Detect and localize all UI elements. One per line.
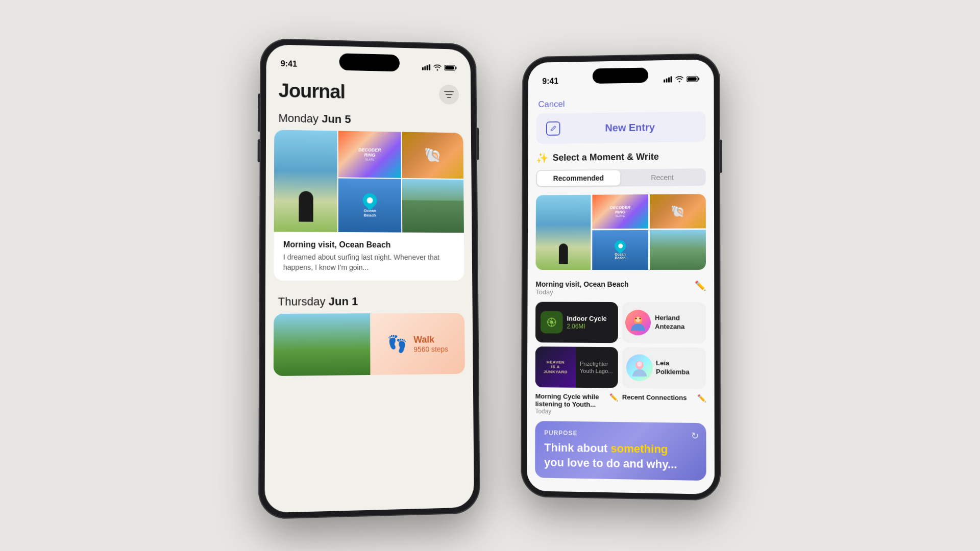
recent-connections-entry: Recent Connections ✏️	[622, 393, 706, 417]
svg-point-21	[635, 318, 637, 319]
filter-button[interactable]	[439, 84, 459, 105]
herland-avatar-icon	[629, 313, 647, 332]
new-entry-header: New Entry	[536, 111, 705, 144]
walk-info: 👣 Walk 9560 steps	[370, 313, 465, 375]
purpose-text-highlight: something	[610, 442, 668, 456]
phone-left: 9:41	[258, 38, 480, 519]
day-name: Monday	[278, 112, 318, 125]
svg-rect-1	[424, 66, 426, 70]
mute-button[interactable]	[258, 93, 260, 110]
purpose-card[interactable]: PURPOSE ↻ Think about something you love…	[535, 421, 706, 481]
wifi-icon	[433, 64, 442, 70]
purpose-text-normal: Think about	[544, 441, 607, 455]
section-date-thursday: Thursday Jun 1	[265, 289, 473, 314]
svg-rect-10	[664, 80, 665, 83]
edit-icon[interactable]: ✏️	[695, 280, 706, 291]
journal-entry-card[interactable]: DECODERRING SLATE 🐚 OceanBeach	[274, 130, 464, 281]
photo-grid: DECODERRING SLATE 🐚 OceanBeach	[274, 130, 464, 233]
morning-cycle-entry: Morning Cycle while listening to Youth..…	[535, 392, 618, 416]
sparkle-icon: ✨	[536, 152, 549, 164]
journal-title: Journal	[279, 80, 345, 103]
cycle-card[interactable]: Indoor Cycle 2.06MI	[535, 302, 618, 343]
new-entry-screen: 9:41	[527, 59, 715, 494]
moment-trail-photo	[650, 230, 706, 270]
power-button-right[interactable]	[720, 140, 722, 173]
tab-bar: Recommended Recent	[536, 168, 706, 187]
date-rest-thu: Jun 1	[329, 295, 358, 308]
herland-name: Herland Antezana	[655, 314, 703, 331]
volume-up-button[interactable]	[258, 109, 260, 132]
beach-photo	[274, 130, 338, 232]
phone-right: 9:41	[521, 53, 721, 500]
decoder-ring-photo: DECODERRING SLATE	[338, 131, 401, 178]
svg-rect-15	[698, 78, 699, 80]
wifi-icon-right	[675, 76, 683, 82]
cycle-stat: 2.06MI	[567, 322, 606, 330]
journal-header: Journal	[266, 73, 471, 109]
refresh-icon[interactable]: ↻	[691, 430, 699, 442]
moment-decoder-sub: SLATE	[616, 215, 625, 218]
purpose-label: PURPOSE	[544, 429, 697, 438]
svg-rect-16	[688, 77, 697, 81]
moment-entry-title: Morning visit, Ocean Beach	[535, 280, 628, 288]
decoder-title: DECODERRING	[358, 148, 381, 158]
podcast-name: Prizefighter Youth Lago...	[580, 360, 614, 375]
svg-rect-12	[668, 78, 670, 83]
moment-location-pin	[612, 238, 628, 254]
recent-connections-title: Recent Connections	[622, 393, 687, 402]
purpose-text: Think about something you love to do and…	[544, 440, 697, 472]
svg-point-24	[637, 362, 642, 367]
moment-location-pin-inner	[618, 244, 623, 248]
recent-connections-edit-icon[interactable]: ✏️	[697, 394, 706, 402]
svg-rect-3	[429, 64, 430, 70]
herland-card[interactable]: Herland Antezana	[622, 302, 706, 343]
bottom-entries: Morning Cycle while listening to Youth..…	[535, 392, 706, 417]
recent-connections-text: Recent Connections	[622, 393, 687, 402]
moment-shell-icon: 🐚	[671, 205, 684, 218]
battery-icon-right	[687, 76, 699, 82]
leia-card[interactable]: Leia Polklemba	[622, 347, 706, 389]
footsteps-icon: 👣	[387, 334, 407, 354]
volume-down-button[interactable]	[258, 139, 260, 162]
morning-cycle-text: Morning Cycle while listening to Youth..…	[535, 392, 609, 416]
signal-icon-right	[664, 77, 672, 83]
leia-avatar-icon	[630, 358, 649, 378]
cancel-bar: Cancel	[528, 89, 714, 114]
tab-recent[interactable]: Recent	[620, 169, 705, 185]
moment-entry-info: Morning visit, Ocean Beach Today ✏️	[528, 276, 715, 302]
svg-rect-11	[666, 79, 668, 83]
svg-rect-0	[422, 67, 424, 70]
morning-cycle-title: Morning Cycle while listening to Youth..…	[535, 392, 609, 409]
walk-label: Walk	[413, 334, 448, 345]
location-pin-inner	[367, 197, 373, 204]
cancel-button[interactable]: Cancel	[538, 99, 565, 109]
moment-grid: DECODERRING SLATE 🐚 OceanBeach	[535, 194, 706, 270]
day-name-thu: Thursday	[278, 295, 325, 308]
walk-card[interactable]: 👣 Walk 9560 steps	[274, 313, 465, 377]
morning-cycle-edit-icon[interactable]: ✏️	[609, 393, 618, 402]
section-date-monday: Monday Jun 5	[266, 105, 471, 133]
moment-beach-photo	[535, 195, 591, 270]
leia-name: Leia Polklemba	[656, 359, 702, 377]
activity-row-2: HEAVENIS AJUNKYARD Prizefighter Youth La…	[535, 346, 706, 389]
trail-photo	[402, 179, 463, 233]
cycle-icon-wrap	[541, 311, 563, 334]
status-icons	[422, 64, 457, 71]
location-pin-icon	[360, 190, 380, 210]
moment-entry-details: Morning visit, Ocean Beach Today	[535, 280, 628, 296]
filter-icon	[444, 90, 454, 98]
tab-recommended[interactable]: Recommended	[537, 170, 620, 186]
svg-rect-6	[445, 66, 454, 69]
new-entry-label: New Entry	[565, 121, 695, 134]
scene: 9:41	[260, 38, 720, 513]
ocean-beach-photo: OceanBeach	[338, 178, 401, 232]
trail-path	[402, 201, 464, 233]
power-button[interactable]	[477, 128, 479, 160]
leia-avatar	[626, 354, 653, 381]
svg-point-22	[639, 318, 641, 319]
entry-text: Morning visit, Ocean Beach I dreamed abo…	[274, 232, 464, 281]
svg-rect-5	[455, 67, 456, 69]
podcast-card[interactable]: HEAVENIS AJUNKYARD Prizefighter Youth La…	[535, 346, 618, 388]
moment-decoder-text: DECODERRING	[610, 206, 630, 215]
shell-icon: 🐚	[424, 147, 441, 164]
